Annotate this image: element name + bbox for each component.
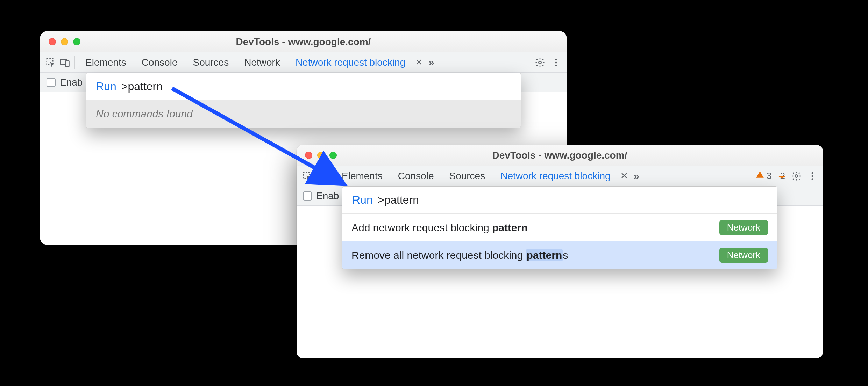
traffic-lights: [305, 152, 337, 159]
command-category-badge: Network: [719, 220, 768, 235]
settings-icon[interactable]: [533, 56, 547, 70]
enable-blocking-label-truncated: Enab: [60, 77, 83, 88]
separator: [74, 56, 75, 69]
svg-point-11: [812, 172, 813, 174]
devtools-window-after: DevTools - www.google.com/ Elements Cons…: [297, 145, 823, 358]
enable-blocking-checkbox[interactable]: [47, 78, 56, 87]
command-palette: Run >pattern Add network request blockin…: [342, 186, 777, 269]
settings-icon[interactable]: [789, 169, 803, 183]
tab-sources[interactable]: Sources: [441, 166, 493, 186]
minimize-window-button[interactable]: [61, 38, 68, 45]
command-palette: Run >pattern No commands found: [86, 73, 521, 128]
run-prompt-label: Run: [96, 80, 116, 93]
tab-network-request-blocking[interactable]: Network request blocking: [288, 52, 413, 72]
svg-point-13: [812, 178, 813, 180]
close-window-button[interactable]: [305, 152, 312, 159]
svg-point-10: [795, 175, 798, 177]
inspect-element-icon[interactable]: [300, 169, 314, 183]
enable-blocking-label-truncated: Enab: [316, 190, 339, 202]
more-tabs-icon[interactable]: »: [630, 170, 642, 182]
more-tabs-icon[interactable]: »: [425, 57, 437, 68]
command-item-add-pattern[interactable]: Add network request blocking pattern Net…: [342, 214, 777, 241]
svg-rect-9: [322, 174, 326, 180]
command-palette-input[interactable]: Run >pattern: [86, 73, 521, 100]
command-palette-query: >pattern: [378, 194, 419, 206]
kebab-menu-icon[interactable]: [549, 56, 563, 70]
tab-console[interactable]: Console: [134, 52, 185, 72]
svg-point-4: [555, 58, 557, 60]
warnings-count: 3: [767, 170, 771, 181]
warning-triangle-icon: [755, 170, 764, 182]
tab-network-request-blocking[interactable]: Network request blocking: [493, 166, 618, 186]
titlebar: DevTools - www.google.com/: [40, 31, 567, 52]
tab-sources[interactable]: Sources: [185, 52, 236, 72]
titlebar: DevTools - www.google.com/: [297, 145, 823, 166]
run-prompt-label: Run: [352, 194, 373, 206]
svg-point-12: [812, 175, 813, 177]
window-title: DevTools - www.google.com/: [297, 150, 823, 161]
command-item-label: Remove all network request blocking patt…: [351, 249, 568, 261]
tab-elements[interactable]: Elements: [334, 166, 390, 186]
tab-elements[interactable]: Elements: [78, 52, 134, 72]
separator: [331, 169, 331, 183]
enable-blocking-checkbox[interactable]: [303, 191, 312, 201]
command-item-remove-all-patterns[interactable]: Remove all network request blocking patt…: [342, 241, 777, 269]
svg-point-6: [555, 65, 557, 66]
warnings-badge[interactable]: 3: [753, 170, 774, 182]
svg-rect-2: [66, 61, 69, 66]
devtools-toolbar: Elements Console Sources Network Network…: [40, 52, 567, 73]
command-item-label: Add network request blocking pattern: [351, 222, 528, 234]
zoom-window-button[interactable]: [329, 152, 337, 159]
tab-console[interactable]: Console: [390, 166, 442, 186]
window-title: DevTools - www.google.com/: [40, 36, 567, 48]
command-category-badge: Network: [719, 248, 768, 263]
command-palette-query: >pattern: [121, 80, 163, 93]
command-palette-empty: No commands found: [86, 100, 521, 128]
minimize-window-button[interactable]: [317, 152, 325, 159]
device-toggle-icon[interactable]: [58, 56, 72, 70]
devtools-toolbar: Elements Console Sources Network request…: [297, 166, 823, 186]
issues-badge[interactable]: 2: [776, 170, 787, 181]
svg-point-5: [555, 61, 557, 63]
tab-network[interactable]: Network: [236, 52, 288, 72]
traffic-lights: [49, 38, 80, 45]
close-tab-icon[interactable]: ✕: [413, 57, 425, 68]
svg-point-3: [539, 61, 541, 64]
command-palette-input[interactable]: Run >pattern: [342, 187, 777, 213]
inspect-element-icon[interactable]: [44, 56, 58, 70]
kebab-menu-icon[interactable]: [805, 169, 819, 183]
zoom-window-button[interactable]: [73, 38, 80, 45]
device-toggle-icon[interactable]: [314, 169, 328, 183]
close-tab-icon[interactable]: ✕: [618, 170, 630, 181]
close-window-button[interactable]: [49, 38, 56, 45]
